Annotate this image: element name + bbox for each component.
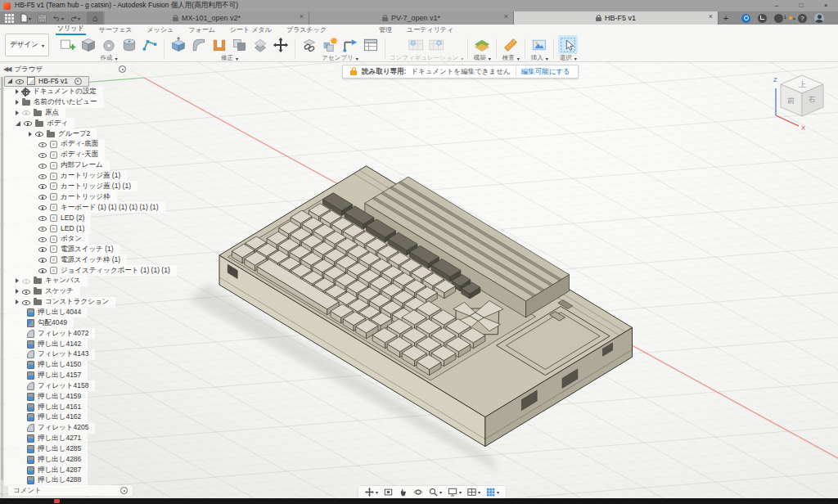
cylinder-icon[interactable]: [119, 35, 139, 54]
notifications-count-icon[interactable]: 1: [774, 14, 783, 23]
browser-item[interactable]: ドキュメントの設定: [4, 87, 103, 97]
visibility-eye-icon[interactable]: [35, 130, 43, 137]
activate-component-icon[interactable]: [74, 78, 82, 85]
visibility-eye-icon[interactable]: [38, 173, 47, 180]
group-label-inspect[interactable]: 検査▾: [502, 54, 520, 62]
timeline-bar[interactable]: [0, 498, 838, 504]
tab-form[interactable]: フォーム: [187, 25, 217, 35]
browser-item[interactable]: キャンバス: [4, 276, 88, 286]
workspace-switcher[interactable]: デザイン▾: [5, 34, 49, 56]
browser-item[interactable]: 名前の付いたビュー: [4, 97, 104, 108]
group-label-insert[interactable]: 挿入▾: [531, 54, 548, 62]
minimize-button[interactable]: –: [764, 0, 789, 11]
home-tab-button[interactable]: ⌂: [87, 11, 103, 25]
group-label-construct[interactable]: 構築▾: [474, 54, 491, 62]
browser-item[interactable]: 押し出し4150: [4, 360, 88, 371]
undo-icon[interactable]: ▾: [53, 13, 64, 24]
file-menu-icon[interactable]: ▾: [20, 13, 31, 24]
box-icon[interactable]: [79, 35, 98, 54]
viewports-icon[interactable]: ▾: [486, 488, 499, 497]
close-button[interactable]: ×: [813, 0, 838, 11]
visibility-eye-icon[interactable]: [38, 193, 47, 200]
browser-item[interactable]: ボディ: [4, 118, 74, 128]
browser-item[interactable]: フィレット4158: [4, 380, 95, 391]
browser-item[interactable]: 電源スイッチ (1): [4, 245, 120, 255]
tab-surface[interactable]: サーフェス: [97, 25, 134, 35]
tab-close-icon[interactable]: ×: [709, 12, 713, 20]
group-label-modify[interactable]: 修正▾: [221, 54, 238, 62]
visibility-eye-icon[interactable]: [22, 109, 30, 116]
visibility-eye-icon[interactable]: [38, 204, 47, 211]
visibility-eye-icon[interactable]: [38, 141, 47, 148]
browser-item[interactable]: ボディ-底面: [4, 139, 105, 150]
visibility-eye-icon[interactable]: [16, 78, 24, 85]
browser-item[interactable]: スケッチ: [4, 286, 80, 297]
maximize-button[interactable]: □: [789, 0, 813, 11]
visibility-eye-icon[interactable]: [24, 119, 32, 127]
fit-view-icon[interactable]: [384, 488, 393, 497]
tab-mesh[interactable]: メッシュ: [146, 25, 176, 35]
visibility-eye-icon[interactable]: [38, 182, 47, 190]
browser-item[interactable]: LED (1): [4, 223, 91, 234]
new-component-icon[interactable]: [320, 35, 340, 54]
browser-item[interactable]: フィレット4143: [4, 349, 95, 360]
visibility-eye-icon[interactable]: [22, 299, 30, 306]
browser-item[interactable]: 押し出し4044: [4, 308, 88, 318]
browser-item[interactable]: フィレット4205: [4, 423, 95, 434]
measure-icon[interactable]: [501, 35, 520, 54]
browser-item[interactable]: LED (2): [4, 213, 91, 223]
account-icon[interactable]: [741, 14, 750, 23]
expand-toggle-icon[interactable]: [16, 278, 19, 283]
group-label-select[interactable]: 選択▾: [560, 54, 577, 62]
visibility-eye-icon[interactable]: [38, 225, 47, 232]
visibility-eye-icon[interactable]: [38, 214, 47, 222]
browser-item[interactable]: 押し出し4142: [4, 339, 88, 349]
browser-item[interactable]: 押し出し4288: [4, 475, 88, 486]
link-icon[interactable]: [300, 35, 319, 54]
browser-item[interactable]: 押し出し4271: [4, 434, 88, 444]
browser-item[interactable]: グループ2: [4, 128, 97, 139]
browser-item[interactable]: フィレット4072: [4, 328, 95, 339]
tab-manage[interactable]: 管理: [377, 25, 394, 35]
user-avatar[interactable]: [814, 13, 824, 23]
revolve-icon[interactable]: [99, 35, 119, 54]
press-pull-icon[interactable]: [169, 35, 188, 54]
browser-item[interactable]: ボタン: [4, 234, 88, 245]
group-label-create[interactable]: 作成▾: [100, 54, 117, 62]
browser-item[interactable]: 押し出し4285: [4, 444, 88, 455]
group-label-assemble[interactable]: アセンブリ▾: [322, 54, 358, 62]
pan-orbit-select-icon[interactable]: ▾: [365, 488, 378, 497]
app-grid-icon[interactable]: [4, 13, 15, 24]
browser-item[interactable]: ボディ-天面: [4, 150, 105, 160]
visibility-eye-icon[interactable]: [22, 277, 30, 285]
tab-plastic[interactable]: プラスチック: [285, 25, 328, 35]
insert-image-icon[interactable]: [529, 35, 549, 54]
redo-icon[interactable]: ▾: [70, 13, 80, 24]
browser-item[interactable]: 原点: [4, 108, 65, 119]
bom-table-icon[interactable]: [361, 35, 381, 54]
fillet-icon[interactable]: [189, 35, 209, 54]
move-icon[interactable]: [271, 35, 291, 54]
tab-solid[interactable]: ソリッド: [56, 24, 86, 35]
expand-toggle-icon[interactable]: [16, 110, 19, 115]
visibility-eye-icon[interactable]: [38, 236, 47, 243]
document-tab-pv7[interactable]: PV-7_open v1* ×: [309, 11, 514, 25]
construction-plane-icon[interactable]: [472, 35, 492, 54]
browser-item[interactable]: 電源スイッチ枠 (1): [4, 254, 127, 265]
comment-bar[interactable]: コメント: [8, 485, 133, 496]
browser-item[interactable]: カートリッジ蓋 (1) (1): [4, 181, 137, 191]
browser-item[interactable]: 押し出し4286: [4, 454, 88, 465]
joint-icon[interactable]: [340, 35, 360, 54]
create-sketch-icon[interactable]: [58, 35, 78, 54]
layout-grid-icon[interactable]: ▾: [467, 488, 480, 497]
visibility-eye-icon[interactable]: [22, 288, 30, 295]
combine-icon[interactable]: [230, 35, 250, 54]
document-tab-hbf5-active[interactable]: HB-F5 v1 ×: [514, 11, 719, 25]
make-editable-link[interactable]: 編集可能にする: [521, 67, 570, 77]
browser-item[interactable]: 押し出し4162: [4, 412, 88, 423]
new-tab-button[interactable]: +: [719, 11, 733, 25]
select-icon[interactable]: [558, 35, 578, 54]
browser-item[interactable]: 内部フレーム: [4, 160, 110, 171]
collapse-panel-icon[interactable]: ◀◀: [3, 65, 10, 73]
expand-toggle-icon[interactable]: [16, 100, 19, 105]
